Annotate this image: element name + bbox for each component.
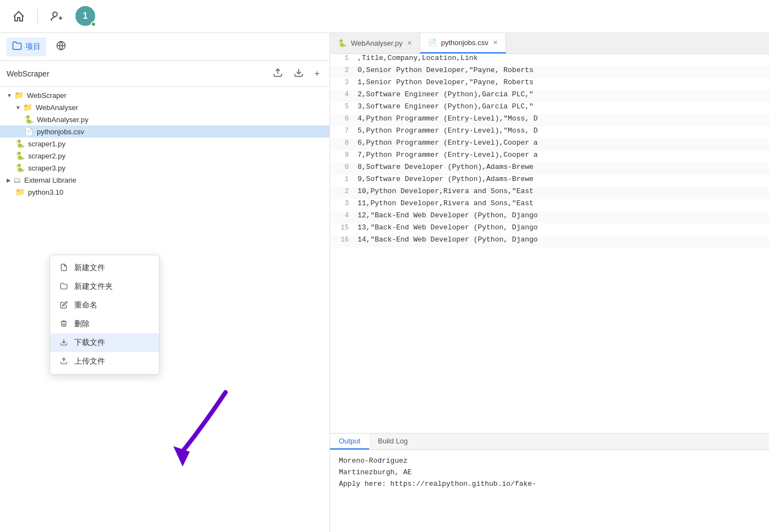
- editor-tab-webanalyser-close[interactable]: ✕: [407, 40, 412, 47]
- context-menu: 新建文件 新建文件夹: [50, 255, 160, 375]
- output-line: Moreno-Rodriguez: [339, 456, 760, 467]
- toolbar-divider-1: [37, 8, 38, 25]
- line-content: 0,Senior Python Developer,"Payne, Robert…: [358, 66, 769, 74]
- folder-icon-externallib: 🗂: [13, 175, 21, 184]
- folder-icon-webanalyser: 📁: [23, 103, 32, 112]
- tab-project[interactable]: 项目: [7, 37, 46, 56]
- new-file-label: 新建文件: [74, 263, 105, 273]
- python-icon-webanalyserpy: 🐍: [24, 115, 34, 124]
- project-header: WebScraper +: [0, 61, 329, 87]
- context-new-file[interactable]: 新建文件: [50, 259, 159, 277]
- tree-item-webanalyserpy[interactable]: 🐍 WebAnalyser.py: [0, 113, 329, 125]
- online-badge: [91, 21, 96, 27]
- upload-button[interactable]: [270, 65, 286, 82]
- line-number: 9: [330, 151, 358, 159]
- tree-arrow-externallib: ▶: [7, 177, 11, 183]
- line-content: 6,Python Programmer (Entry-Level),Cooper…: [358, 139, 769, 147]
- sidebar: 项目 WebScraper: [0, 33, 330, 532]
- line-number: 4: [330, 91, 358, 98]
- line-number: 3: [330, 79, 358, 86]
- home-icon[interactable]: [9, 7, 29, 26]
- tree-item-scraper1[interactable]: 🐍 scraper1.py: [0, 138, 329, 150]
- svg-point-0: [53, 12, 57, 17]
- csv-icon-pythonjobs: 📄: [24, 127, 34, 136]
- code-line: 2 0,Senior Python Developer,"Payne, Robe…: [330, 66, 769, 78]
- code-line: 7 5,Python Programmer (Entry-Level),"Mos…: [330, 127, 769, 139]
- line-number: 0: [330, 163, 358, 171]
- tree-label-scraper3: scraper3.py: [28, 164, 65, 172]
- code-line: 4 2,Software Engineer (Python),Garcia PL…: [330, 90, 769, 102]
- project-title: WebScraper: [7, 69, 50, 78]
- tree-label-externallib: External Librarie: [24, 176, 76, 184]
- context-download-file[interactable]: 下载文件: [50, 333, 159, 352]
- add-user-icon[interactable]: [47, 7, 67, 26]
- output-tabs: Output Build Log: [330, 434, 769, 450]
- output-panel: Output Build Log Moreno-RodriguezMartíne…: [330, 433, 769, 532]
- tree-arrow-webscraper: ▼: [7, 92, 12, 98]
- tree-item-scraper2[interactable]: 🐍 scraper2.py: [0, 150, 329, 162]
- context-upload-file[interactable]: 上传文件: [50, 352, 159, 371]
- file-tree: ▼ 📁 WebScraper ▼ 📁 WebAnalyser 🐍 WebAnal…: [0, 87, 329, 532]
- editor-tab-pythonjobs-label: pythonjobs.csv: [441, 39, 488, 47]
- line-number: 8: [330, 139, 358, 147]
- line-content: 13,"Back-End Web Developer (Python, Djan…: [358, 223, 769, 232]
- delete-label: 删除: [74, 319, 90, 329]
- line-content: ,Title,Company,Location,Link: [358, 54, 769, 62]
- code-line: 1 9,Software Developer (Python),Adams-Br…: [330, 175, 769, 187]
- tree-item-externallib[interactable]: ▶ 🗂 External Librarie: [0, 174, 329, 186]
- tree-arrow-webanalyser: ▼: [15, 105, 21, 111]
- line-content: 5,Python Programmer (Entry-Level),"Moss,…: [358, 127, 769, 135]
- arrow-annotation: [160, 381, 248, 482]
- tree-item-pythonjobscsv[interactable]: 📄 pythonjobs.csv: [0, 125, 329, 138]
- folder-icon-python310: 📁: [15, 188, 25, 196]
- line-content: 8,Software Developer (Python),Adams-Brew…: [358, 163, 769, 171]
- output-tab-output[interactable]: Output: [330, 434, 369, 449]
- code-line: 2 10,Python Developer,Rivera and Sons,"E…: [330, 187, 769, 199]
- editor-tab-pythonjobs-close[interactable]: ✕: [493, 39, 498, 46]
- tree-item-webanalyser[interactable]: ▼ 📁 WebAnalyser: [0, 101, 329, 113]
- line-content: 3,Software Engineer (Python),Garcia PLC,…: [358, 102, 769, 111]
- line-number: 1: [330, 175, 358, 183]
- download-file-label: 下载文件: [74, 338, 105, 348]
- output-line: Martínezburgh, AE: [339, 467, 760, 479]
- tree-label-scraper2: scraper2.py: [28, 152, 65, 160]
- project-actions: +: [270, 65, 323, 82]
- line-content: 7,Python Programmer (Entry-Level),Cooper…: [358, 151, 769, 159]
- tree-item-scraper3[interactable]: 🐍 scraper3.py: [0, 162, 329, 174]
- context-rename[interactable]: 重命名: [50, 296, 159, 315]
- tree-label-webanalyser: WebAnalyser: [36, 103, 78, 112]
- line-number: 2: [330, 67, 358, 74]
- editor-tab-pythonjobs[interactable]: 📄 pythonjobs.csv ✕: [420, 33, 506, 53]
- tab-globe[interactable]: [51, 37, 72, 56]
- output-tab-buildlog[interactable]: Build Log: [369, 434, 416, 449]
- code-line: 16 14,"Back-End Web Developer (Python, D…: [330, 235, 769, 248]
- editor-area: 🐍 WebAnalyser.py ✕ 📄 pythonjobs.csv ✕ 1 …: [330, 33, 769, 532]
- context-new-folder[interactable]: 新建文件夹: [50, 277, 159, 296]
- upload-file-icon: [59, 357, 69, 366]
- line-number: 16: [330, 236, 358, 244]
- code-line: 5 3,Software Engineer (Python),Garcia PL…: [330, 102, 769, 114]
- code-content[interactable]: 1 ,Title,Company,Location,Link2 0,Senior…: [330, 54, 769, 433]
- tab-project-label: 项目: [25, 42, 41, 52]
- toolbar: 1: [0, 0, 769, 33]
- download-button[interactable]: [290, 65, 307, 82]
- code-line: 9 7,Python Programmer (Entry-Level),Coop…: [330, 151, 769, 163]
- add-file-button[interactable]: +: [311, 65, 323, 82]
- rename-label: 重命名: [74, 300, 97, 310]
- editor-tabs: 🐍 WebAnalyser.py ✕ 📄 pythonjobs.csv ✕: [330, 33, 769, 54]
- line-number: 6: [330, 115, 358, 123]
- editor-tab-webanalyser[interactable]: 🐍 WebAnalyser.py ✕: [330, 33, 420, 53]
- avatar[interactable]: 1: [75, 6, 96, 27]
- code-line: 4 12,"Back-End Web Developer (Python, Dj…: [330, 211, 769, 223]
- context-delete[interactable]: 删除: [50, 315, 159, 333]
- download-file-icon: [59, 338, 69, 348]
- main-area: 项目 WebScraper: [0, 33, 769, 532]
- tree-item-webscraper[interactable]: ▼ 📁 WebScraper: [0, 89, 329, 101]
- tree-item-python310[interactable]: 📁 python3.10: [0, 186, 329, 198]
- code-editor: 1 ,Title,Company,Location,Link2 0,Senior…: [330, 54, 769, 433]
- csv-tab-icon: 📄: [428, 39, 437, 47]
- tree-label-pythonjobscsv: pythonjobs.csv: [37, 128, 84, 136]
- code-line: 15 13,"Back-End Web Developer (Python, D…: [330, 223, 769, 235]
- svg-marker-6: [173, 446, 190, 467]
- line-number: 3: [330, 200, 358, 207]
